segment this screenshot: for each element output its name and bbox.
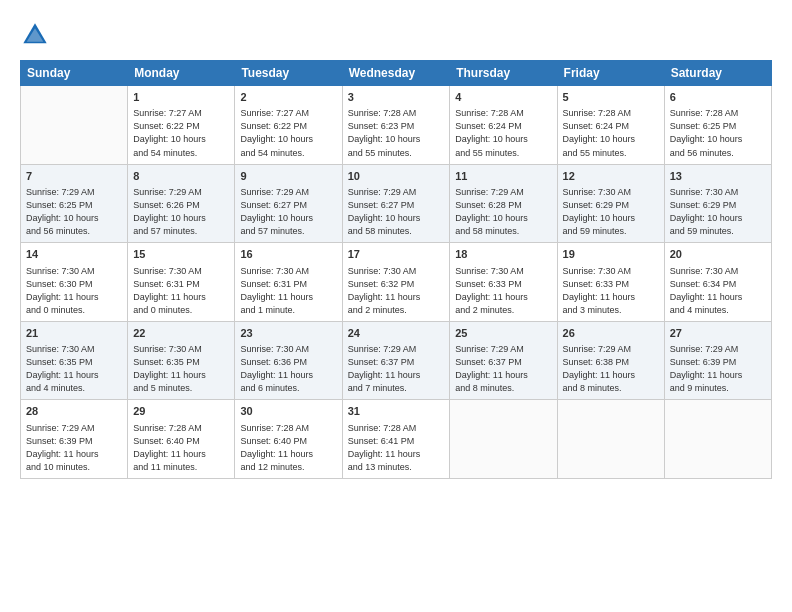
logo [20, 20, 54, 50]
day-info: Sunrise: 7:30 AM Sunset: 6:29 PM Dayligh… [670, 186, 766, 238]
col-header-friday: Friday [557, 61, 664, 86]
day-cell: 20Sunrise: 7:30 AM Sunset: 6:34 PM Dayli… [664, 243, 771, 322]
day-cell: 8Sunrise: 7:29 AM Sunset: 6:26 PM Daylig… [128, 164, 235, 243]
col-header-sunday: Sunday [21, 61, 128, 86]
day-number: 4 [455, 90, 551, 105]
day-number: 22 [133, 326, 229, 341]
day-number: 3 [348, 90, 445, 105]
day-number: 24 [348, 326, 445, 341]
day-info: Sunrise: 7:29 AM Sunset: 6:28 PM Dayligh… [455, 186, 551, 238]
day-number: 19 [563, 247, 659, 262]
day-number: 25 [455, 326, 551, 341]
day-number: 2 [240, 90, 336, 105]
day-info: Sunrise: 7:30 AM Sunset: 6:35 PM Dayligh… [133, 343, 229, 395]
day-info: Sunrise: 7:29 AM Sunset: 6:39 PM Dayligh… [26, 422, 122, 474]
day-cell [450, 400, 557, 479]
day-cell: 29Sunrise: 7:28 AM Sunset: 6:40 PM Dayli… [128, 400, 235, 479]
day-number: 5 [563, 90, 659, 105]
day-info: Sunrise: 7:30 AM Sunset: 6:32 PM Dayligh… [348, 265, 445, 317]
day-number: 1 [133, 90, 229, 105]
week-row-3: 14Sunrise: 7:30 AM Sunset: 6:30 PM Dayli… [21, 243, 772, 322]
day-cell: 14Sunrise: 7:30 AM Sunset: 6:30 PM Dayli… [21, 243, 128, 322]
calendar: SundayMondayTuesdayWednesdayThursdayFrid… [20, 60, 772, 479]
day-info: Sunrise: 7:29 AM Sunset: 6:39 PM Dayligh… [670, 343, 766, 395]
day-info: Sunrise: 7:30 AM Sunset: 6:33 PM Dayligh… [563, 265, 659, 317]
day-cell: 13Sunrise: 7:30 AM Sunset: 6:29 PM Dayli… [664, 164, 771, 243]
col-header-wednesday: Wednesday [342, 61, 450, 86]
day-number: 15 [133, 247, 229, 262]
week-row-5: 28Sunrise: 7:29 AM Sunset: 6:39 PM Dayli… [21, 400, 772, 479]
col-header-monday: Monday [128, 61, 235, 86]
day-info: Sunrise: 7:30 AM Sunset: 6:31 PM Dayligh… [133, 265, 229, 317]
day-info: Sunrise: 7:29 AM Sunset: 6:37 PM Dayligh… [455, 343, 551, 395]
day-cell: 2Sunrise: 7:27 AM Sunset: 6:22 PM Daylig… [235, 86, 342, 165]
day-number: 6 [670, 90, 766, 105]
day-cell: 10Sunrise: 7:29 AM Sunset: 6:27 PM Dayli… [342, 164, 450, 243]
day-info: Sunrise: 7:29 AM Sunset: 6:37 PM Dayligh… [348, 343, 445, 395]
day-info: Sunrise: 7:29 AM Sunset: 6:26 PM Dayligh… [133, 186, 229, 238]
day-number: 26 [563, 326, 659, 341]
day-cell: 23Sunrise: 7:30 AM Sunset: 6:36 PM Dayli… [235, 321, 342, 400]
day-info: Sunrise: 7:28 AM Sunset: 6:41 PM Dayligh… [348, 422, 445, 474]
week-row-2: 7Sunrise: 7:29 AM Sunset: 6:25 PM Daylig… [21, 164, 772, 243]
day-info: Sunrise: 7:27 AM Sunset: 6:22 PM Dayligh… [240, 107, 336, 159]
day-number: 11 [455, 169, 551, 184]
day-cell: 16Sunrise: 7:30 AM Sunset: 6:31 PM Dayli… [235, 243, 342, 322]
day-number: 10 [348, 169, 445, 184]
day-cell: 26Sunrise: 7:29 AM Sunset: 6:38 PM Dayli… [557, 321, 664, 400]
day-info: Sunrise: 7:29 AM Sunset: 6:27 PM Dayligh… [348, 186, 445, 238]
week-row-4: 21Sunrise: 7:30 AM Sunset: 6:35 PM Dayli… [21, 321, 772, 400]
day-cell: 31Sunrise: 7:28 AM Sunset: 6:41 PM Dayli… [342, 400, 450, 479]
page: SundayMondayTuesdayWednesdayThursdayFrid… [0, 0, 792, 612]
day-info: Sunrise: 7:30 AM Sunset: 6:33 PM Dayligh… [455, 265, 551, 317]
day-cell: 25Sunrise: 7:29 AM Sunset: 6:37 PM Dayli… [450, 321, 557, 400]
day-info: Sunrise: 7:30 AM Sunset: 6:29 PM Dayligh… [563, 186, 659, 238]
day-info: Sunrise: 7:28 AM Sunset: 6:40 PM Dayligh… [240, 422, 336, 474]
day-number: 28 [26, 404, 122, 419]
col-header-tuesday: Tuesday [235, 61, 342, 86]
day-number: 20 [670, 247, 766, 262]
day-number: 23 [240, 326, 336, 341]
day-number: 7 [26, 169, 122, 184]
day-number: 8 [133, 169, 229, 184]
day-info: Sunrise: 7:30 AM Sunset: 6:35 PM Dayligh… [26, 343, 122, 395]
header [20, 20, 772, 50]
header-row: SundayMondayTuesdayWednesdayThursdayFrid… [21, 61, 772, 86]
day-number: 14 [26, 247, 122, 262]
day-info: Sunrise: 7:28 AM Sunset: 6:23 PM Dayligh… [348, 107, 445, 159]
day-number: 12 [563, 169, 659, 184]
day-info: Sunrise: 7:28 AM Sunset: 6:25 PM Dayligh… [670, 107, 766, 159]
day-info: Sunrise: 7:29 AM Sunset: 6:25 PM Dayligh… [26, 186, 122, 238]
day-number: 13 [670, 169, 766, 184]
day-cell: 11Sunrise: 7:29 AM Sunset: 6:28 PM Dayli… [450, 164, 557, 243]
day-cell: 24Sunrise: 7:29 AM Sunset: 6:37 PM Dayli… [342, 321, 450, 400]
day-info: Sunrise: 7:30 AM Sunset: 6:36 PM Dayligh… [240, 343, 336, 395]
col-header-thursday: Thursday [450, 61, 557, 86]
day-cell: 1Sunrise: 7:27 AM Sunset: 6:22 PM Daylig… [128, 86, 235, 165]
day-number: 17 [348, 247, 445, 262]
logo-icon [20, 20, 50, 50]
day-cell: 4Sunrise: 7:28 AM Sunset: 6:24 PM Daylig… [450, 86, 557, 165]
day-cell: 17Sunrise: 7:30 AM Sunset: 6:32 PM Dayli… [342, 243, 450, 322]
day-cell: 6Sunrise: 7:28 AM Sunset: 6:25 PM Daylig… [664, 86, 771, 165]
day-cell: 9Sunrise: 7:29 AM Sunset: 6:27 PM Daylig… [235, 164, 342, 243]
day-number: 21 [26, 326, 122, 341]
day-cell: 30Sunrise: 7:28 AM Sunset: 6:40 PM Dayli… [235, 400, 342, 479]
day-cell: 22Sunrise: 7:30 AM Sunset: 6:35 PM Dayli… [128, 321, 235, 400]
day-info: Sunrise: 7:28 AM Sunset: 6:40 PM Dayligh… [133, 422, 229, 474]
day-number: 29 [133, 404, 229, 419]
day-cell: 21Sunrise: 7:30 AM Sunset: 6:35 PM Dayli… [21, 321, 128, 400]
day-cell: 27Sunrise: 7:29 AM Sunset: 6:39 PM Dayli… [664, 321, 771, 400]
col-header-saturday: Saturday [664, 61, 771, 86]
day-number: 16 [240, 247, 336, 262]
day-cell: 15Sunrise: 7:30 AM Sunset: 6:31 PM Dayli… [128, 243, 235, 322]
day-info: Sunrise: 7:30 AM Sunset: 6:31 PM Dayligh… [240, 265, 336, 317]
day-cell: 7Sunrise: 7:29 AM Sunset: 6:25 PM Daylig… [21, 164, 128, 243]
day-cell: 28Sunrise: 7:29 AM Sunset: 6:39 PM Dayli… [21, 400, 128, 479]
day-info: Sunrise: 7:28 AM Sunset: 6:24 PM Dayligh… [455, 107, 551, 159]
day-info: Sunrise: 7:29 AM Sunset: 6:27 PM Dayligh… [240, 186, 336, 238]
day-cell [21, 86, 128, 165]
week-row-1: 1Sunrise: 7:27 AM Sunset: 6:22 PM Daylig… [21, 86, 772, 165]
day-cell: 19Sunrise: 7:30 AM Sunset: 6:33 PM Dayli… [557, 243, 664, 322]
day-cell [557, 400, 664, 479]
